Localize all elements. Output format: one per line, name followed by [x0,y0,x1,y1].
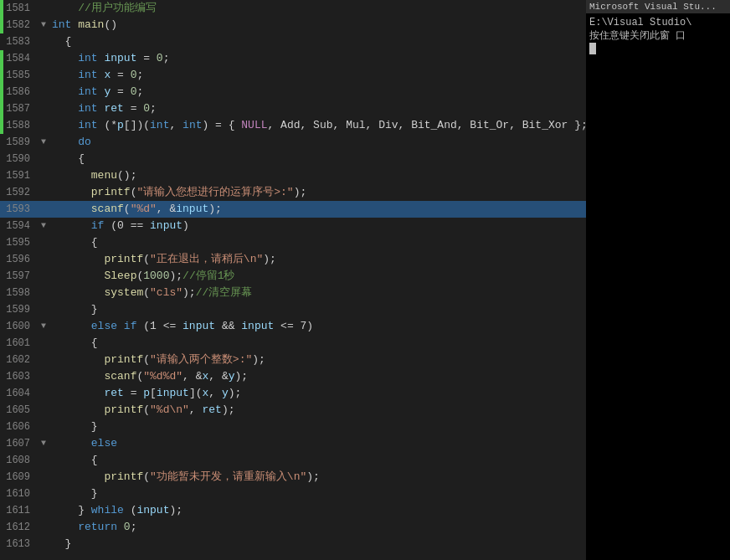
line-number: 1585 [3,67,37,84]
line-number: 1599 [3,301,37,318]
line-number: 1600 [3,318,37,335]
code-line: 1585 int x = 0; [0,67,586,84]
right-panel-title: Microsoft Visual Stu... [586,0,730,13]
code-line: 1591 menu(); [0,167,586,184]
fold-indicator[interactable]: ▼ [37,435,50,452]
line-number: 1591 [3,167,37,184]
right-panel-content: E:\Visual Studio\ 按住意键关闭此窗 口 [586,13,730,560]
editor-panel: 1581 //用户功能编写1582▼int main()1583 {1584 i… [0,0,586,560]
code-text: int input = 0; [50,50,586,67]
code-text: scanf("%d%d", &x, &y); [50,368,586,385]
line-number: 1590 [3,151,37,167]
code-text: menu(); [50,167,586,184]
code-text: } while (input); [50,502,586,519]
code-line: 1588 int (*p[])(int, int) = { NULL, Add,… [0,117,586,134]
code-text: printf("%d\n", ret); [50,402,586,419]
line-number: 1609 [3,469,37,486]
code-line: 1603 scanf("%d%d", &x, &y); [0,368,586,385]
terminal-cursor [589,43,596,54]
code-line: 1607▼ else [0,435,586,452]
line-number: 1589 [3,134,37,151]
code-text: Sleep(1000);//停留1秒 [50,268,586,285]
code-text: printf("请输入两个整数>:"); [50,352,586,368]
code-text: int main() [50,17,586,33]
line-number: 1604 [3,385,37,402]
line-number: 1613 [3,536,37,552]
line-number: 1594 [3,218,37,234]
code-text: if (0 == input) [50,218,586,234]
code-line: 1592 printf("请输入您想进行的运算序号>:"); [0,184,586,201]
code-line: 1611 } while (input); [0,502,586,519]
code-line: 1595 { [0,234,586,251]
code-text: int y = 0; [50,84,586,100]
fold-indicator[interactable]: ▼ [37,318,50,335]
code-text: } [50,536,586,552]
code-text: { [50,335,586,352]
code-line: 1583 { [0,33,586,50]
line-number: 1606 [3,419,37,435]
code-text: { [50,452,586,469]
code-line: 1602 printf("请输入两个整数>:"); [0,352,586,368]
right-panel-line2: 按住意键关闭此窗 口 [589,28,727,43]
line-number: 1595 [3,234,37,251]
code-line: 1609 printf("功能暂未开发，请重新输入\n"); [0,469,586,486]
code-line: 1596 printf("正在退出，请稍后\n"); [0,251,586,268]
line-number: 1596 [3,251,37,268]
code-text: } [50,419,586,435]
code-text: { [50,151,586,167]
code-text: printf("功能暂未开发，请重新输入\n"); [50,469,586,486]
code-container: 1581 //用户功能编写1582▼int main()1583 {1584 i… [0,0,586,560]
code-text: printf("请输入您想进行的运算序号>:"); [50,184,586,201]
code-text: ret = p[input](x, y); [50,385,586,402]
code-text: int x = 0; [50,67,586,84]
line-number: 1581 [3,0,37,17]
code-text: } [50,301,586,318]
code-text: } [50,486,586,502]
code-line: 1589▼ do [0,134,586,151]
code-text: else if (1 <= input && input <= 7) [50,318,586,335]
code-text: int (*p[])(int, int) = { NULL, Add, Sub,… [50,117,586,134]
line-number: 1582 [3,17,37,33]
code-line: 1612 return 0; [0,519,586,536]
code-line: 1594▼ if (0 == input) [0,218,586,234]
fold-indicator[interactable]: ▼ [37,134,50,151]
code-line: 1582▼int main() [0,17,586,33]
line-number: 1602 [3,352,37,368]
code-line: 1601 { [0,335,586,352]
line-number: 1597 [3,268,37,285]
line-number: 1608 [3,452,37,469]
line-number: 1611 [3,502,37,519]
right-panel-line1: E:\Visual Studio\ [589,17,727,28]
line-number: 1607 [3,435,37,452]
line-number: 1592 [3,184,37,201]
line-number: 1587 [3,100,37,117]
line-number: 1612 [3,519,37,536]
code-line: 1605 printf("%d\n", ret); [0,402,586,419]
code-line: 1590 { [0,151,586,167]
fold-indicator[interactable]: ▼ [37,17,50,33]
fold-indicator[interactable]: ▼ [37,218,50,234]
code-line: 1606 } [0,419,586,435]
line-number: 1603 [3,368,37,385]
line-number: 1586 [3,84,37,100]
code-line: 1600▼ else if (1 <= input && input <= 7) [0,318,586,335]
code-text: { [50,33,586,50]
code-line: 1610 } [0,486,586,502]
code-line: 1597 Sleep(1000);//停留1秒 [0,268,586,285]
code-text: //用户功能编写 [50,0,586,17]
code-line: 1584 int input = 0; [0,50,586,67]
line-number: 1601 [3,335,37,352]
code-text: scanf("%d", &input); [50,201,586,218]
code-line: 1608 { [0,452,586,469]
code-text: return 0; [50,519,586,536]
line-number: 1593 [3,201,37,218]
code-text: printf("正在退出，请稍后\n"); [50,251,586,268]
code-line: 1586 int y = 0; [0,84,586,100]
line-number: 1605 [3,402,37,419]
code-text: do [50,134,586,151]
code-line: 1593 scanf("%d", &input); [0,201,586,218]
code-line: 1613 } [0,536,586,552]
code-text: int ret = 0; [50,100,586,117]
code-line: 1599 } [0,301,586,318]
line-number: 1610 [3,486,37,502]
